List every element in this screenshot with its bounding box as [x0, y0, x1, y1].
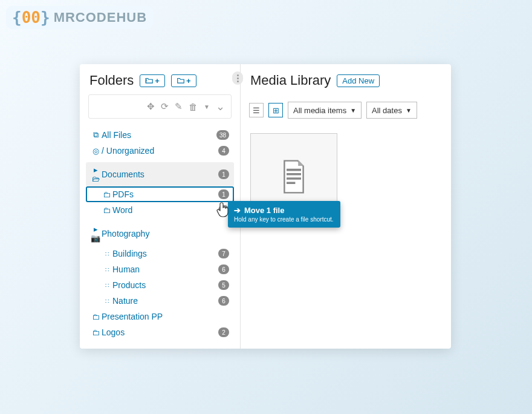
tree-label: / Unorganized [102, 146, 218, 156]
count-badge: 7 [218, 249, 229, 258]
tree-buildings[interactable]: ∷ Buildings 7 [86, 246, 234, 261]
more-icon[interactable]: ⌄ [216, 104, 225, 110]
count-badge: 6 [218, 296, 229, 306]
tree-pdfs[interactable]: 🗀 PDFs 1 [86, 186, 234, 202]
folder-tree: ⧉ All Files 38 ◎ / Unorganized 4 ▸ 🗁 Doc… [80, 125, 240, 349]
tree-word[interactable]: 🗀 Word 1 [86, 202, 234, 218]
grid-icon: ∷ [100, 266, 112, 273]
delete-icon[interactable]: 🗑 [189, 102, 198, 112]
folder-action-toolbar: ✥ ⟳ ✎ 🗑 ▼ ⌄ [88, 94, 232, 119]
count-badge: 1 [218, 189, 229, 199]
grid-icon: ∷ [100, 251, 112, 257]
grid-icon: ∷ [100, 282, 112, 289]
tree-photography[interactable]: ▸ 📷 Photography [86, 222, 234, 246]
tree-label: Photography [102, 229, 229, 238]
brand-glyph: {00} [12, 8, 50, 27]
folders-title: Folders [89, 73, 134, 88]
add-new-button[interactable]: Add New [337, 74, 380, 87]
count-badge: 5 [218, 280, 229, 290]
folder-icon: 🗀 [100, 190, 112, 199]
tree-products[interactable]: ∷ Products 5 [86, 277, 234, 293]
rename-icon[interactable]: ✎ [175, 101, 183, 112]
folder-icon: 🗀 [89, 328, 102, 337]
count-badge: 2 [218, 327, 229, 337]
count-badge: 38 [216, 130, 229, 140]
move-icon[interactable]: ✥ [147, 101, 155, 112]
brand-name: MRCODEHUB [54, 10, 147, 25]
brand-logo: {00} MRCODEHUB [6, 6, 153, 29]
refresh-icon[interactable]: ⟳ [161, 101, 169, 112]
tooltip-hint: Hold any key to create a file shortcut. [234, 216, 334, 223]
tree-presentation[interactable]: 🗀 Presentation PP [86, 309, 234, 324]
caret-down-icon: ▼ [406, 107, 412, 114]
media-toolbar: ☰ ⊞ All media items ▼ All dates ▼ [241, 94, 451, 126]
tree-unorganized[interactable]: ◎ / Unorganized 4 [86, 143, 234, 159]
media-type-filter[interactable]: All media items ▼ [288, 102, 362, 119]
target-icon: ◎ [89, 146, 102, 156]
document-icon [279, 159, 309, 195]
grid-view-button[interactable]: ⊞ [268, 103, 283, 117]
tree-documents[interactable]: ▸ 🗁 Documents 1 [86, 162, 234, 186]
caret-down-icon[interactable]: ▼ [204, 104, 210, 110]
media-header: Media Library Add New [241, 64, 451, 94]
folder-icon [177, 77, 185, 84]
count-badge: 6 [218, 264, 229, 274]
grid-icon: ∷ [100, 298, 112, 304]
tree-label: All Files [102, 130, 216, 140]
date-filter[interactable]: All dates ▼ [366, 102, 417, 119]
tree-label: Word [112, 205, 218, 215]
tree-all-files[interactable]: ⧉ All Files 38 [86, 127, 234, 143]
dropdown-label: All dates [372, 106, 402, 115]
tree-nature[interactable]: ∷ Nature 6 [86, 293, 234, 309]
tree-label: Products [112, 280, 218, 290]
count-badge: 4 [218, 146, 229, 156]
caret-down-icon: ▼ [350, 107, 356, 114]
tree-label: Nature [112, 296, 218, 306]
pane-resize-handle[interactable] [232, 71, 243, 85]
media-title: Media Library [250, 73, 331, 88]
folder-open-icon [145, 77, 154, 84]
tree-label: Buildings [112, 249, 218, 258]
folder-icon: 🗀 [100, 206, 112, 215]
tree-human[interactable]: ∷ Human 6 [86, 261, 234, 277]
new-subfolder-button[interactable]: + [171, 74, 196, 87]
dropdown-label: All media items [293, 106, 346, 115]
copy-icon: ⧉ [89, 130, 102, 140]
count-badge: 1 [218, 169, 229, 179]
new-folder-plus-button[interactable]: + [140, 74, 165, 87]
tree-label: PDFs [112, 189, 218, 199]
list-view-button[interactable]: ☰ [249, 103, 264, 117]
tree-label: Documents [102, 169, 218, 179]
tree-label: Human [112, 264, 218, 274]
folder-open-icon: ▸ 🗁 [89, 165, 102, 183]
drag-move-tooltip: ➔ Move 1 file Hold any key to create a f… [228, 201, 340, 228]
tree-logos[interactable]: 🗀 Logos 2 [86, 324, 234, 340]
tree-label: Logos [102, 327, 218, 337]
camera-icon: ▸ 📷 [89, 225, 102, 243]
folder-icon: 🗀 [89, 312, 102, 321]
folders-header: Folders + + [80, 64, 240, 94]
arrow-right-icon: ➔ [234, 206, 241, 215]
tooltip-title: Move 1 file [244, 206, 284, 215]
pointer-cursor-icon [216, 201, 231, 218]
tree-label: Presentation PP [102, 312, 229, 321]
